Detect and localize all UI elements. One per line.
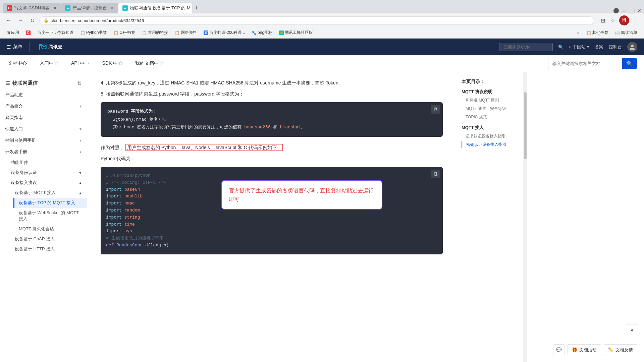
- tab-csdn[interactable]: C 写文章-CSDN博客 ✕: [3, 3, 61, 13]
- toc-title: 本页目录：: [462, 79, 518, 85]
- scroll-top-button[interactable]: ▲: [627, 324, 637, 335]
- sidebar-coap[interactable]: 设备基于 CoAP 接入: [9, 234, 87, 244]
- doc-feedback-button[interactable]: ✏️ 文档反馈: [604, 344, 637, 355]
- bookmark-png[interactable]: 🐾 png图标: [249, 29, 275, 36]
- bookmark-more[interactable]: »: [575, 30, 582, 36]
- toc-key-auth[interactable]: 密钥认证设备接入指引: [462, 141, 518, 148]
- profile-icon[interactable]: [613, 8, 619, 13]
- console-link[interactable]: 控制台: [609, 44, 622, 50]
- features-label: 功能组件: [11, 160, 28, 166]
- sidebar-tcp-mqtt[interactable]: 设备基于 TCP 的 MQTT 接入: [13, 198, 87, 208]
- sidebar-item-dynamic[interactable]: 产品动态: [0, 89, 87, 101]
- sidebar-console-label: 控制台使用手册: [5, 137, 36, 143]
- tab-close-csdn[interactable]: ✕: [53, 5, 57, 11]
- sidebar-item-dev[interactable]: 开发者手册 ▴: [0, 146, 87, 158]
- bookmark-python[interactable]: 📋 Python书签: [77, 29, 109, 36]
- bookmark-csdn-icon[interactable]: C: [23, 30, 33, 36]
- tab-console[interactable]: ∞ 产品详情 - 控制台 ✕: [61, 3, 118, 13]
- bookmark-button[interactable]: ☆: [609, 16, 616, 25]
- close-button[interactable]: ✕: [637, 8, 641, 13]
- minimize-button[interactable]: —: [622, 8, 626, 13]
- sidebar-item-purchase[interactable]: 购买指南: [0, 112, 87, 123]
- menu-button[interactable]: ⋮: [632, 16, 640, 25]
- sidebar-ws-mqtt[interactable]: 设备基于 WebSocket 的 MQTT 接入: [13, 208, 87, 224]
- password-copy-button[interactable]: ⧉: [431, 105, 440, 114]
- sidebar-sub-device-auth[interactable]: 设备身份认证 ▾: [5, 168, 87, 178]
- hmacsha256-val: hmacsha256: [244, 125, 270, 130]
- toc-section-mqtt[interactable]: MQTT 协议说明: [462, 89, 518, 95]
- address-bar[interactable]: 🔒 cloud.tencent.com/document/product/634…: [39, 16, 594, 25]
- edit-icon: ✏️: [608, 347, 613, 352]
- new-tab-button[interactable]: +: [192, 3, 201, 13]
- doc-feedback-label: 文档反馈: [615, 347, 633, 353]
- tencent-bee-icon: 🐝: [279, 31, 284, 35]
- backup-link[interactable]: 备案: [595, 44, 603, 50]
- sidebar-collapse-icon[interactable]: ☰: [5, 80, 10, 86]
- chat-button[interactable]: 💬: [553, 344, 565, 355]
- doc-nav-my[interactable]: 我的文档中心: [134, 55, 165, 72]
- tab-close-console[interactable]: ✕: [110, 5, 114, 11]
- sidebar: ☰ 物联网通信 ⇅ 产品动态 产品简介 ▾ 购买指南 快速入门 ▾ 控制台使用手…: [0, 72, 87, 362]
- doc-nav-api[interactable]: API 中心: [70, 55, 91, 72]
- grid-view-button[interactable]: ⊞: [599, 16, 606, 25]
- toc-standard-diff[interactable]: 和标准 MQTT 区别: [462, 97, 518, 104]
- sidebar-dev-label: 开发者手册: [5, 149, 27, 155]
- sidebar-dev-sub: 功能组件 设备身份认证 ▾ 设备接入协议 ▴ 设备基于 MQTT 接入 ▴ 设备…: [0, 158, 87, 254]
- sidebar-item-console[interactable]: 控制台使用手册 ▾: [0, 135, 87, 146]
- bookmark-apps[interactable]: ⊞ 应用: [4, 29, 22, 36]
- sidebar-item-quickstart[interactable]: 快速入门 ▾: [0, 123, 87, 135]
- sidebar-item-intro[interactable]: 产品简介 ▾: [0, 101, 87, 112]
- menu-toggle[interactable]: ☰ 菜单: [7, 44, 22, 50]
- bookmark-network[interactable]: 📋 网络资料: [172, 29, 200, 36]
- bookmark-others[interactable]: 📋 其他书签: [584, 29, 611, 36]
- scrollbar-track[interactable]: [523, 72, 527, 362]
- apps-label: 应用: [11, 30, 19, 36]
- sidebar-expand-icon[interactable]: ⇅: [77, 80, 82, 86]
- sidebar-mqtt-persistent[interactable]: MQTT 持久化会话: [13, 224, 87, 234]
- reading-list-icon: 📖: [615, 31, 620, 35]
- toc-channel-security[interactable]: MQTT 通道、安全等级: [462, 105, 518, 112]
- cpp-bm-label: C++书签: [119, 30, 135, 36]
- toc-cert-auth[interactable]: 证书认证设备接入指引: [462, 133, 518, 140]
- user-avatar[interactable]: 肖: [619, 15, 629, 25]
- bookmark-tencent-bee[interactable]: 🐝 腾讯工蜂社区版: [276, 29, 316, 36]
- sidebar-http[interactable]: 设备基于 HTTP 接入: [9, 244, 87, 254]
- back-button[interactable]: ←: [4, 16, 13, 25]
- hmacsha1-val: hmacsha1: [280, 125, 301, 130]
- bookmarks-bar: ⊞ 应用 C 百度一下，你就知道 📋 Python书签 📋 C++书签 📋 常用…: [0, 27, 644, 38]
- bookmark-links[interactable]: 📋 常用的链接: [139, 29, 171, 36]
- region-selector[interactable]: ○ 中国站 ▾: [569, 44, 589, 50]
- account-svg: [629, 44, 636, 50]
- sidebar-quickstart-label: 快速入门: [5, 126, 23, 132]
- refresh-button[interactable]: ↻: [28, 16, 37, 25]
- tc-search-button[interactable]: 🔍: [558, 45, 564, 50]
- bookmark-reading-list[interactable]: 📖 阅读清单: [612, 29, 640, 36]
- doc-nav-docs[interactable]: 文档中心: [7, 55, 28, 72]
- tc-header-right: 🔍 ○ 中国站 ▾ 备案 控制台: [499, 42, 637, 52]
- tc-search-input[interactable]: [499, 43, 553, 51]
- tc-header: ☰ 菜单 腾讯云 🔍 ○ 中国站 ▾ 备案 控制台: [0, 39, 644, 55]
- doc-activity-button[interactable]: 🎁 文档活动: [568, 344, 601, 355]
- doc-search-button[interactable]: 🔍: [622, 58, 637, 69]
- bookmark-baidu[interactable]: 百度一下，你就知道: [35, 29, 76, 36]
- bookmark-baidu-trans[interactable]: 百 百度翻译-200种语...: [201, 29, 248, 36]
- baidu-label: 百度一下，你就知道: [37, 30, 73, 36]
- code-copy-button[interactable]: ⧉: [431, 170, 440, 178]
- python-label: Python 代码为：: [101, 155, 443, 163]
- highlight-text: 用户生成签名的 Python、Java、Nodejs、JavaScript 和 …: [125, 144, 283, 151]
- sidebar-mqtt-item[interactable]: 设备基于 MQTT 接入 ▴: [9, 188, 87, 198]
- maximize-button[interactable]: ⬜: [629, 8, 635, 13]
- sidebar-sub-features[interactable]: 功能组件: [5, 158, 87, 168]
- tab-label-csdn: 写文章-CSDN博客: [14, 5, 50, 11]
- sidebar-sub-protocol[interactable]: 设备接入协议 ▴: [5, 178, 87, 188]
- toc-topic-spec[interactable]: TOPIC 规范: [462, 114, 518, 121]
- user-account-icon[interactable]: [627, 42, 637, 52]
- toc-section-access[interactable]: MQTT 接入: [462, 125, 518, 131]
- forward-button[interactable]: →: [16, 16, 25, 25]
- bookmark-cpp[interactable]: 📋 C++书签: [111, 29, 138, 36]
- tab-iot[interactable]: ∞ 物联网通信 设备基于 TCP 的 M... ✕: [118, 3, 192, 13]
- doc-nav-intro[interactable]: 入门中心: [38, 55, 60, 72]
- doc-search-input[interactable]: [548, 59, 622, 68]
- doc-nav-sdk[interactable]: SDK 中心: [101, 55, 124, 72]
- scrollbar-thumb[interactable]: [524, 92, 527, 159]
